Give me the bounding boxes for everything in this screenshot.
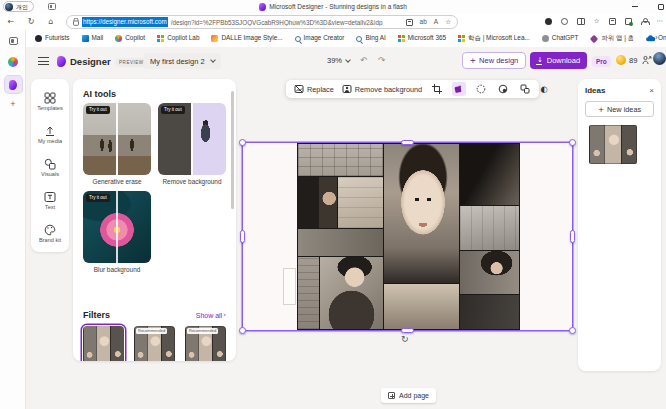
replace-button[interactable]: Replace <box>294 84 334 94</box>
bookmark-dalle[interactable]: DALLE Image Style... <box>211 35 282 42</box>
group-objects-icon[interactable] <box>518 82 532 96</box>
try-it-out-badge: Try it out <box>86 106 110 114</box>
bookmarks-overflow-icon[interactable]: › <box>655 33 658 42</box>
close-icon[interactable]: × <box>649 87 654 95</box>
bookmark-bing-ai[interactable]: Bing AI <box>356 35 385 41</box>
rail-item-brand-kit[interactable]: Brand kit <box>31 217 69 250</box>
resize-handle-right[interactable] <box>570 230 575 243</box>
zoom-dropdown[interactable]: 39% <box>327 56 350 65</box>
resize-handle-bottom-right[interactable] <box>569 327 576 334</box>
resize-handle-bottom-left[interactable] <box>239 327 246 334</box>
favorites-icon[interactable]: ☆ <box>594 18 600 25</box>
browser-share-icon[interactable] <box>641 18 648 25</box>
add-page-button[interactable]: Add page <box>381 388 436 403</box>
onedrive-icon <box>646 35 655 42</box>
design-name-dropdown[interactable]: My first design 2 <box>144 53 221 69</box>
rail-item-text[interactable]: Text <box>31 184 69 217</box>
futurists-icon <box>35 35 42 42</box>
tool-rail: Templates My media Visuals Text Brand ki… <box>31 79 69 252</box>
collections-icon[interactable] <box>609 18 616 25</box>
restore-icon[interactable] <box>658 4 664 10</box>
browser-titlebar: 개인 Microsoft Designer - Stunning designs… <box>0 0 666 13</box>
show-all-link[interactable]: Show all› <box>196 311 226 319</box>
generative-erase-preview: Try it out <box>83 103 151 175</box>
plus-icon: + <box>598 105 604 114</box>
share-design-icon[interactable] <box>642 55 652 65</box>
address-bar[interactable]: https://designer.microsoft.com /design?i… <box>66 15 458 29</box>
new-design-button[interactable]: +New design <box>462 52 526 69</box>
designer-favicon <box>259 3 266 11</box>
undo-icon[interactable]: ↶ <box>360 55 367 65</box>
bookmark-copilot[interactable]: Copilot <box>115 35 145 42</box>
ai-card-generative-erase[interactable]: Try it out Generative erase <box>83 103 151 185</box>
bookmark-copilot-lab[interactable]: Copilot Lab <box>157 35 199 42</box>
browser-navbar: ← ↻ ⌂ https://designer.microsoft.com /de… <box>0 13 666 30</box>
bookmark-image-creator[interactable]: Image Creator <box>295 35 345 41</box>
credits-coin-icon[interactable] <box>616 55 626 65</box>
translate-icon[interactable]: ab <box>420 19 427 26</box>
bookmark-microsoft-learn[interactable]: 학습 | Microsoft Lea... <box>458 35 530 42</box>
rail-item-visuals[interactable]: Visuals <box>31 151 69 184</box>
extension-loop-icon[interactable] <box>561 18 568 25</box>
extension-adblock-icon[interactable] <box>545 18 552 25</box>
menu-icon[interactable] <box>38 57 49 65</box>
read-aloud-icon[interactable]: A <box>434 19 438 26</box>
adjustments-icon[interactable]: ◐ <box>540 85 547 94</box>
url-path-text: /design?id=%2FPBb53SJOQVGcabR9HQhuw%3D%3… <box>171 19 403 26</box>
back-icon[interactable]: ← <box>4 15 18 28</box>
panel-scrollbar[interactable] <box>231 91 234 209</box>
sidebar-add-icon[interactable]: + <box>0 100 26 109</box>
bookmark-mail[interactable]: Mail <box>82 35 104 42</box>
sidebar-designer-icon[interactable] <box>0 76 26 93</box>
app-name: Designer <box>70 56 111 67</box>
resize-handle-bottom[interactable] <box>401 328 414 333</box>
favorite-star-icon[interactable]: ☆ <box>445 19 451 26</box>
download-button[interactable]: ↓Download <box>530 52 587 69</box>
tab-title-text: Microsoft Designer - Stunning designs in… <box>269 3 407 10</box>
text-icon <box>44 191 56 203</box>
erase-object-icon[interactable] <box>496 82 510 96</box>
filter-thumb-recommended-2[interactable]: Recommended <box>185 326 226 361</box>
picture-in-picture-icon[interactable] <box>406 19 413 26</box>
filter-thumb-original[interactable] <box>83 326 124 361</box>
crop-icon[interactable] <box>430 82 444 96</box>
resize-handle-top-left[interactable] <box>239 139 246 146</box>
select-subject-icon[interactable] <box>474 82 488 96</box>
sidebar-search-icon[interactable] <box>0 37 26 45</box>
more-menu-icon[interactable]: ⋯ <box>657 18 664 25</box>
extensions-icon[interactable] <box>625 18 632 25</box>
selected-image-collage[interactable] <box>297 143 520 330</box>
rotate-handle-icon[interactable]: ↻ <box>401 335 409 344</box>
split-screen-icon[interactable] <box>577 18 585 25</box>
redo-icon[interactable]: ↷ <box>378 55 385 65</box>
remove-background-button[interactable]: Remove background <box>342 84 422 94</box>
canvas-page[interactable] <box>243 143 572 330</box>
url-selected-text: https://designer.microsoft.com <box>82 17 168 26</box>
new-ideas-button[interactable]: + New ideas <box>585 101 654 117</box>
ai-card-remove-background[interactable]: Try it out Remove background <box>158 103 226 185</box>
rail-item-my-media[interactable]: My media <box>31 118 69 151</box>
download-icon: ↓ <box>537 57 543 64</box>
browser-profile-button[interactable]: 개인 <box>3 1 34 12</box>
ai-card-blur-background[interactable]: Try it out Blur background <box>83 191 151 273</box>
workspaces-icon[interactable] <box>48 3 56 10</box>
bookmark-chatgpt[interactable]: ChatGPT <box>542 35 579 42</box>
resize-handle-top-right[interactable] <box>569 139 576 146</box>
bookmark-microsoft-365[interactable]: Microsoft 365 <box>398 35 446 42</box>
filters-tool-icon[interactable] <box>452 82 466 96</box>
try-it-out-badge: Try it out <box>86 194 110 202</box>
tab-title: Microsoft Designer - Stunning designs in… <box>120 0 546 13</box>
bookmark-futurists[interactable]: Futurists <box>35 35 70 42</box>
minimize-icon[interactable] <box>632 6 638 7</box>
microsoft-logo-icon <box>398 35 405 42</box>
account-avatar[interactable] <box>653 52 666 65</box>
refresh-icon[interactable]: ↻ <box>24 15 38 28</box>
resize-handle-left[interactable] <box>240 230 245 243</box>
idea-thumbnail[interactable] <box>589 125 637 164</box>
bookmark-power-apps[interactable]: 파워 앱 | 홈 <box>590 35 634 41</box>
sidebar-copilot-icon[interactable] <box>0 57 26 67</box>
filter-thumb-recommended-1[interactable]: Recommended <box>134 326 175 361</box>
resize-handle-top[interactable] <box>401 140 414 145</box>
home-icon[interactable]: ⌂ <box>44 15 58 28</box>
rail-item-templates[interactable]: Templates <box>31 85 69 118</box>
